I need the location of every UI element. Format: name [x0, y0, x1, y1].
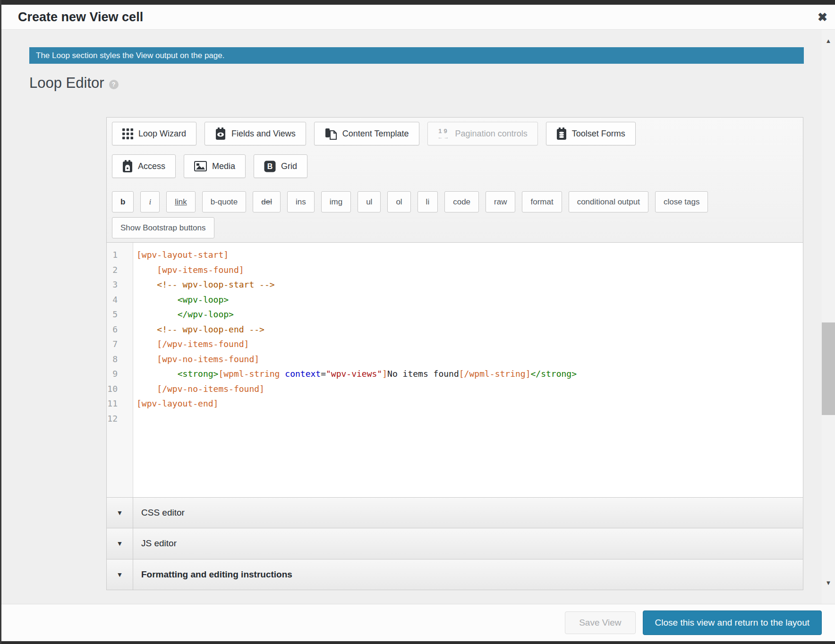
code-token: No items found [387, 369, 459, 379]
chevron-down-icon[interactable]: ▼ [107, 559, 133, 590]
media-icon [194, 161, 207, 171]
toolbar-button-label: Access [138, 161, 165, 171]
toolbar-button-pagination-controls[interactable]: 19←→Pagination controls [427, 122, 538, 145]
line-number: 9 [107, 366, 118, 381]
chevron-down-icon[interactable]: ▼ [107, 498, 133, 528]
code-content[interactable]: [wpv-layout-start] [wpv-items-found] <!-… [133, 243, 803, 497]
code-line: [wpv-items-found] [136, 263, 803, 278]
scrollbar[interactable]: ▲ ▼ [822, 30, 835, 604]
quicktag-b[interactable]: b [112, 191, 134, 212]
loop-editor-heading-text: Loop Editor [29, 75, 104, 91]
code-line: <!-- wpv-loop-end --> [136, 322, 803, 337]
toolbar-row-2: AccessMediaBGrid [112, 154, 798, 178]
toolbar-button-label: Toolset Forms [572, 129, 625, 139]
toolbar-button-media[interactable]: Media [184, 154, 246, 178]
line-number: 8 [107, 352, 118, 367]
svg-text:B: B [267, 162, 273, 170]
quicktag-del[interactable]: del [253, 191, 281, 212]
quicktag-ul[interactable]: ul [358, 191, 381, 212]
help-icon[interactable]: ? [109, 80, 119, 89]
code-line: [wpv-no-items-found] [136, 352, 803, 367]
line-number: 11 [107, 396, 118, 411]
toolbar-button-label: Fields and Views [231, 129, 296, 139]
info-banner-text: The Loop section styles the View output … [36, 51, 224, 60]
code-line: [wpv-layout-end] [136, 396, 803, 411]
toolbar-button-grid[interactable]: BGrid [254, 154, 307, 178]
toolbar-button-label: Loop Wizard [138, 129, 186, 139]
modal-titlebar: Create new View cell ✖ [0, 5, 835, 30]
content-template-icon [324, 127, 337, 140]
section-label: CSS editor [133, 498, 185, 528]
code-token: [/wpv-items-found] [136, 339, 249, 349]
close-icon[interactable]: ✖ [818, 10, 827, 24]
quicktag-raw[interactable]: raw [486, 191, 515, 212]
code-line: <strong>[wpml-string context="wpv-views"… [136, 366, 803, 381]
code-line: [/wpv-items-found] [136, 337, 803, 352]
code-editor[interactable]: 123456789101112 [wpv-layout-start] [wpv-… [107, 243, 803, 498]
code-line: [wpv-layout-start] [136, 247, 803, 263]
quicktag-link[interactable]: link [166, 191, 196, 212]
save-view-button[interactable]: Save View [565, 611, 635, 634]
toolbar-button-label: Media [212, 161, 235, 171]
toolset-forms-icon [556, 127, 567, 140]
show-bootstrap-buttons-button[interactable]: Show Bootstrap buttons [112, 217, 214, 238]
quicktag-format[interactable]: format [522, 191, 562, 212]
code-line: [/wpv-no-items-found] [136, 381, 803, 397]
quicktags-row: bilinkb-quotedelinsimgulollicoderawforma… [112, 191, 798, 212]
code-token: ] [382, 369, 387, 379]
code-line: </wpv-loop> [136, 307, 803, 322]
chevron-down-icon[interactable]: ▼ [107, 528, 133, 559]
line-number: 3 [107, 277, 118, 292]
quicktag-code[interactable]: code [444, 191, 479, 212]
code-token: = [321, 369, 326, 379]
quicktag-close-tags[interactable]: close tags [655, 191, 708, 212]
code-token: <strong> [178, 369, 219, 379]
code-token: <wpv-loop> [136, 295, 229, 305]
editor-toolbar: Loop WizardFields and ViewsContent Templ… [107, 118, 803, 243]
quicktag-ol[interactable]: ol [387, 191, 410, 212]
scrollbar-down-icon[interactable]: ▼ [822, 579, 835, 586]
section-label: JS editor [133, 528, 177, 559]
line-number: 2 [107, 263, 118, 278]
access-icon [122, 160, 133, 173]
toolbar-button-content-template[interactable]: Content Template [314, 122, 419, 145]
code-token: [wpv-layout-end] [136, 398, 218, 408]
quicktag-i[interactable]: i [140, 191, 160, 212]
code-token: "wpv-views" [326, 369, 382, 379]
code-token: <!-- wpv-loop-start --> [136, 280, 275, 289]
line-number: 10 [107, 381, 118, 397]
scrollbar-thumb[interactable] [822, 322, 835, 415]
modal-title: Create new View cell [18, 5, 143, 29]
section-css-editor[interactable]: ▼CSS editor [107, 498, 803, 528]
scrollbar-up-icon[interactable]: ▲ [822, 37, 835, 44]
section-js-editor[interactable]: ▼JS editor [107, 528, 803, 559]
toolbar-button-fields-and-views[interactable]: Fields and Views [204, 122, 306, 145]
toolbar-button-label: Content Template [342, 129, 409, 139]
quicktag-ins[interactable]: ins [287, 191, 315, 212]
quicktag-conditional-output[interactable]: conditional output [569, 191, 648, 212]
toolbar-button-loop-wizard[interactable]: Loop Wizard [112, 122, 196, 145]
bootstrap-row: Show Bootstrap buttons [112, 217, 798, 238]
toolbar-button-toolset-forms[interactable]: Toolset Forms [546, 122, 636, 145]
code-token: [wpv-items-found] [136, 265, 244, 275]
section-formatting-and-editing-instructions[interactable]: ▼Formatting and editing instructions [107, 559, 803, 590]
code-token: </wpv-loop> [136, 309, 234, 319]
code-token [136, 369, 178, 379]
toolbar-row-1: Loop WizardFields and ViewsContent Templ… [112, 122, 798, 145]
code-line [136, 411, 803, 426]
line-number: 1 [107, 247, 118, 263]
modal-footer: Save View Close this view and return to … [0, 604, 835, 641]
toolbar-button-access[interactable]: Access [112, 154, 176, 178]
quicktag-img[interactable]: img [321, 191, 351, 212]
code-token: </strong> [531, 369, 577, 379]
quicktag-li[interactable]: li [418, 191, 438, 212]
line-number: 5 [107, 307, 118, 322]
close-and-return-button[interactable]: Close this view and return to the layout [643, 610, 822, 635]
toolbar-button-label: Pagination controls [455, 129, 528, 139]
quicktag-b-quote[interactable]: b-quote [202, 191, 247, 212]
loop-editor-panel: Loop WizardFields and ViewsContent Templ… [106, 117, 803, 590]
browser-bottom-strip [0, 641, 835, 644]
code-token: [wpv-no-items-found] [136, 354, 259, 364]
collapsible-sections: ▼CSS editor▼JS editor▼Formatting and edi… [107, 498, 803, 590]
code-token: <!-- wpv-loop-end --> [136, 324, 264, 334]
